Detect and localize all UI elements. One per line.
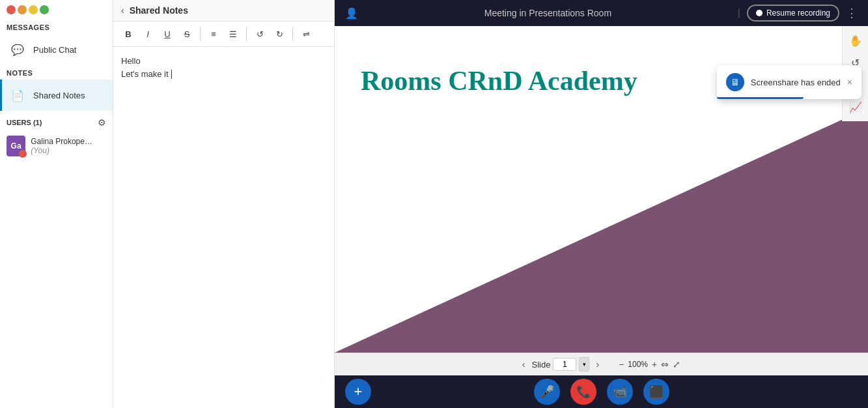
- slide-number-input[interactable]: [553, 358, 576, 371]
- bold-button[interactable]: B: [120, 25, 137, 42]
- ordered-list-button[interactable]: ≡: [205, 25, 222, 42]
- logo-circle-red: [7, 5, 16, 14]
- shared-notes-label: Shared Notes: [33, 91, 85, 100]
- avatar-initials: Ga: [11, 141, 21, 151]
- toolbar-separator-2: [246, 27, 247, 40]
- header-divider: |: [738, 7, 740, 19]
- redo-button[interactable]: ↻: [271, 25, 288, 42]
- prev-slide-button[interactable]: ‹: [522, 359, 525, 370]
- bottom-bar: + 🎤 📞 📹 ⬛: [335, 375, 868, 408]
- notification-progress-bar: [717, 97, 804, 99]
- logo-area: [0, 0, 113, 20]
- sidebar-item-public-chat[interactable]: 💬 Public Chat: [0, 34, 113, 65]
- zoom-level: 100%: [628, 360, 648, 369]
- user-name-text: Galina Prokope…: [31, 137, 92, 146]
- strikethrough-button[interactable]: S: [178, 25, 195, 42]
- exchange-button[interactable]: ⇌: [298, 25, 315, 42]
- main-header: 👤 Meeting in Presentations Room | Resume…: [335, 0, 868, 26]
- text-cursor: [171, 70, 172, 79]
- sidebar: MESSAGES 💬 Public Chat NOTES 📄 Shared No…: [0, 0, 113, 408]
- zoom-in-button[interactable]: +: [652, 359, 657, 370]
- video-button[interactable]: 📹: [607, 379, 633, 405]
- users-section: USERS (1) ⚙: [0, 113, 113, 132]
- screen-share-button[interactable]: ⬛: [643, 379, 669, 405]
- hand-tool-button[interactable]: ✋: [845, 30, 866, 51]
- zoom-out-button[interactable]: −: [619, 359, 624, 370]
- underline-button[interactable]: U: [159, 25, 176, 42]
- svg-marker-0: [335, 108, 868, 353]
- user-you-label: (You): [31, 146, 49, 155]
- notes-editor[interactable]: Hello Let's make it: [113, 47, 334, 408]
- slide-label: Slide: [532, 360, 551, 370]
- toolbar-separator-1: [200, 27, 201, 40]
- end-call-button[interactable]: 📞: [570, 379, 596, 405]
- slide-area: Rooms CRnD Academy ✋ ↺ 🗑 📈 🖥 Screenshare…: [335, 26, 868, 353]
- logo-circle-green: [40, 5, 49, 14]
- back-button[interactable]: ‹: [121, 5, 124, 16]
- notes-line-2: Let's make it: [121, 68, 326, 81]
- public-chat-label: Public Chat: [33, 45, 76, 55]
- logo-circle-orange: [18, 5, 27, 14]
- notes-section-label: NOTES: [0, 65, 113, 80]
- messages-section-label: MESSAGES: [0, 20, 113, 34]
- user-icon: 👤: [345, 7, 358, 20]
- fullscreen-button[interactable]: ⤢: [673, 359, 680, 370]
- slide-navigation: ‹ Slide ▾ › − 100% + ⇔ ⤢: [335, 353, 868, 375]
- notes-icon: 📄: [8, 86, 27, 104]
- notes-header: ‹ Shared Notes: [113, 0, 334, 22]
- users-section-label: USERS (1): [7, 119, 42, 126]
- italic-button[interactable]: I: [139, 25, 156, 42]
- logo-circles: [7, 5, 49, 14]
- notification-text: Screenshare has ended: [751, 78, 841, 87]
- notification-close-button[interactable]: ×: [847, 77, 852, 87]
- user-list-item[interactable]: Ga 🚫 Galina Prokope… (You): [0, 132, 113, 160]
- notes-line-1: Hello: [121, 55, 326, 68]
- sidebar-item-shared-notes[interactable]: 📄 Shared Notes: [0, 80, 113, 111]
- notes-panel: ‹ Shared Notes B I U S ≡ ☰ ↺ ↻ ⇌ Hello L…: [113, 0, 335, 408]
- next-slide-button[interactable]: ›: [596, 359, 599, 370]
- meeting-title: Meeting in Presentations Room: [484, 8, 611, 18]
- fit-screen-button[interactable]: ⇔: [661, 359, 669, 370]
- notification-icon: 🖥: [726, 73, 744, 91]
- notes-toolbar: B I U S ≡ ☰ ↺ ↻ ⇌: [113, 22, 334, 47]
- users-settings-button[interactable]: ⚙: [98, 117, 106, 128]
- logo-circle-yellow: [29, 5, 38, 14]
- notes-panel-title: Shared Notes: [130, 5, 188, 16]
- slide-dropdown-button[interactable]: ▾: [579, 357, 589, 372]
- undo-button[interactable]: ↺: [251, 25, 268, 42]
- user-mute-badge: 🚫: [19, 150, 27, 158]
- add-action-button[interactable]: +: [345, 379, 371, 405]
- slide-number-wrap: Slide ▾: [532, 357, 590, 372]
- resume-recording-label: Resume recording: [766, 8, 830, 18]
- unordered-list-button[interactable]: ☰: [225, 25, 242, 42]
- main-area: 👤 Meeting in Presentations Room | Resume…: [335, 0, 868, 408]
- mic-button[interactable]: 🎤: [534, 379, 560, 405]
- resume-recording-button[interactable]: Resume recording: [747, 5, 839, 22]
- user-avatar: Ga 🚫: [7, 136, 25, 156]
- notification-screenshare: 🖥 Screenshare has ended ×: [717, 65, 861, 99]
- more-options-button[interactable]: ⋮: [846, 6, 858, 20]
- annotate-tool-button[interactable]: 📈: [845, 96, 866, 117]
- header-right: | Resume recording ⋮: [738, 5, 858, 22]
- user-name: Galina Prokope… (You): [31, 137, 106, 155]
- recording-dot: [756, 10, 763, 16]
- zoom-controls: − 100% + ⇔ ⤢: [619, 359, 680, 370]
- chat-icon: 💬: [8, 40, 27, 59]
- toolbar-separator-3: [292, 27, 293, 40]
